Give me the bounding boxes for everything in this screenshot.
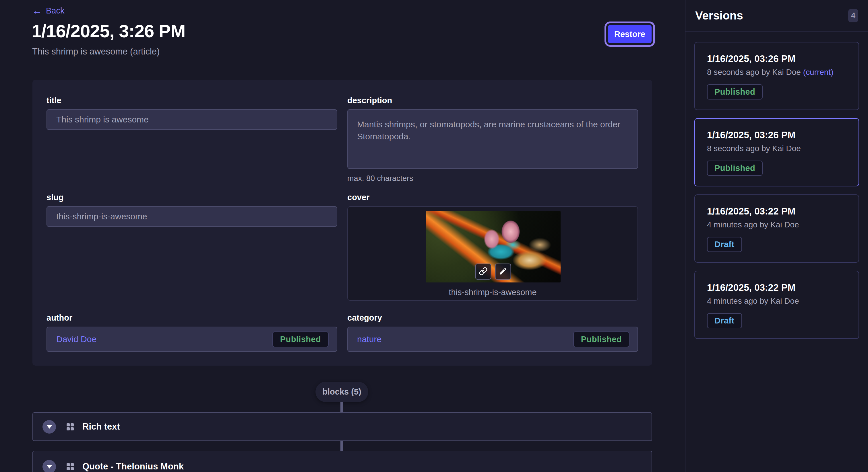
version-meta-text: 8 seconds ago by Kai Doe [707,144,801,153]
title-input[interactable]: This shrimp is awesome [46,109,337,130]
cover-field-label: cover [347,193,638,202]
version-card[interactable]: 1/16/2025, 03:22 PM 4 minutes ago by Kai… [694,194,859,263]
grid-icon [67,463,74,470]
version-current-tag: (current) [803,68,834,76]
slug-field-label: slug [46,193,337,202]
category-field-label: category [347,313,638,323]
version-card[interactable]: 1/16/2025, 03:26 PM 8 seconds ago by Kai… [694,42,859,110]
block-label: Rich text [82,422,120,432]
slug-input[interactable]: this-shrimp-is-awesome [46,206,337,227]
copy-link-button[interactable] [475,264,491,279]
author-relation-box: David Doe Published [46,327,337,352]
chevron-down-icon [46,425,52,429]
edit-image-button[interactable] [495,264,511,279]
cover-caption: this-shrimp-is-awesome [348,288,638,297]
grid-icon [67,423,74,430]
category-field: category nature Published [347,313,638,352]
back-label: Back [46,6,64,15]
pencil-icon [499,267,507,276]
description-field-label: description [347,96,638,105]
version-meta-text: 8 seconds ago by Kai Doe [707,68,801,76]
link-icon [479,267,488,276]
description-hint: max. 80 characters [347,174,638,183]
versions-title: Versions [695,9,743,22]
version-date: 1/16/2025, 03:22 PM [707,206,847,217]
author-field-label: author [46,313,337,323]
back-arrow-icon: ← [32,6,42,15]
version-date: 1/16/2025, 03:22 PM [707,282,847,293]
version-meta: 4 minutes ago by Kai Doe [707,297,847,306]
version-date: 1/16/2025, 03:26 PM [707,53,847,64]
block-row-rich-text[interactable]: Rich text [32,412,652,441]
blocks-connector [340,441,343,451]
versions-sidebar: Versions 4 1/16/2025, 03:26 PM 8 seconds… [685,0,868,472]
block-row-quote[interactable]: Quote - Thelonius Monk [32,451,652,472]
block-label: Quote - Thelonius Monk [82,461,184,472]
collapse-block-button[interactable] [42,460,56,472]
author-status-badge: Published [272,332,329,347]
cover-field: cover [347,193,638,301]
version-meta: 8 seconds ago by Kai Doe (current) [707,68,847,77]
collapse-block-button[interactable] [42,420,56,434]
category-link[interactable]: nature [357,334,381,344]
version-meta: 4 minutes ago by Kai Doe [707,220,847,229]
title-field: title This shrimp is awesome [46,96,337,130]
version-status-badge: Draft [707,313,742,328]
category-relation-box: nature Published [347,327,638,352]
versions-sidebar-header: Versions 4 [685,0,868,32]
version-date: 1/16/2025, 03:26 PM [707,130,847,140]
version-card[interactable]: 1/16/2025, 03:22 PM 4 minutes ago by Kai… [694,271,859,339]
version-meta-text: 4 minutes ago by Kai Doe [707,220,799,229]
version-status-badge: Published [707,161,763,176]
slug-field: slug this-shrimp-is-awesome [46,193,337,227]
category-status-badge: Published [573,332,629,347]
description-textarea[interactable]: Mantis shrimps, or stomatopods, are mari… [347,109,638,169]
cover-panel: this-shrimp-is-awesome [347,206,638,301]
blocks-count-pill: blocks (5) [315,382,368,402]
page-title: 1/16/2025, 3:26 PM [32,21,185,41]
author-link[interactable]: David Doe [56,334,96,344]
version-card-selected[interactable]: 1/16/2025, 03:26 PM 8 seconds ago by Kai… [694,118,859,187]
description-field: description Mantis shrimps, or stomatopo… [347,96,638,183]
chevron-down-icon [46,465,52,469]
page-subtitle: This shrimp is awesome (article) [32,46,160,57]
author-field: author David Doe Published [46,313,337,352]
versions-count-badge: 4 [848,9,858,22]
version-status-badge: Draft [707,237,742,252]
blocks-connector [340,402,343,412]
version-meta-text: 4 minutes ago by Kai Doe [707,297,799,305]
version-list: 1/16/2025, 03:26 PM 8 seconds ago by Kai… [685,32,868,339]
version-content-card: title This shrimp is awesome description… [32,80,652,366]
back-link[interactable]: ← Back [32,6,64,15]
version-meta: 8 seconds ago by Kai Doe [707,144,847,153]
version-status-badge: Published [707,84,763,100]
restore-button[interactable]: Restore [608,25,652,43]
title-field-label: title [46,96,337,105]
cover-image-actions [475,264,511,279]
cover-image [426,211,561,282]
